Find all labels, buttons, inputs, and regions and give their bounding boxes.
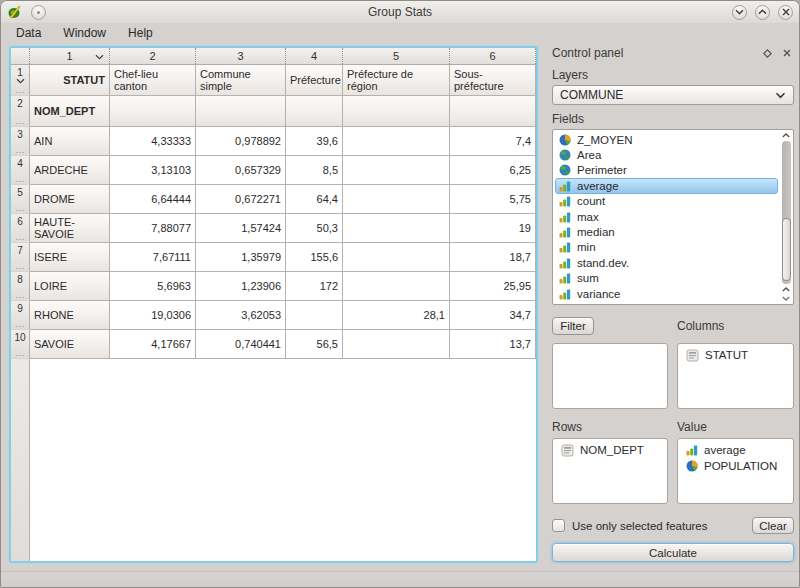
table-cell[interactable]: 64,4 [286,185,343,214]
row-resize-grip[interactable]: ··· [16,90,25,95]
table-cell[interactable]: Préfecture [286,65,343,96]
rows-box[interactable]: NOM_DEPT [552,438,668,504]
row-resize-grip[interactable]: ··· [16,121,25,126]
row-label-cell[interactable]: LOIRE [30,272,110,301]
row-header-5[interactable]: 5··· [11,185,30,214]
clear-button[interactable]: Clear [752,517,794,534]
row-label-cell[interactable]: DROME [30,185,110,214]
table-cell[interactable]: 172 [286,272,343,301]
row-label-cell[interactable]: ARDECHE [30,156,110,185]
scroll-down-icon[interactable] [782,294,790,303]
table-cell[interactable]: 1,35979 [196,243,286,272]
row-label-cell[interactable]: SAVOIE [30,330,110,359]
field-item[interactable]: stand.dev. [555,255,778,270]
menu-window[interactable]: Window [52,24,117,42]
field-item[interactable]: variance [555,286,778,301]
table-cell[interactable]: 0,978892 [196,127,286,156]
table-cell[interactable]: 7,88077 [110,214,196,243]
table-cell[interactable] [196,96,286,127]
table-cell[interactable]: 19,0306 [110,301,196,330]
row-resize-grip[interactable]: ··· [16,266,25,271]
table-cell[interactable]: 7,67111 [110,243,196,272]
column-header-5[interactable]: 5 [343,48,450,64]
row-header-6[interactable]: 6··· [11,214,30,243]
row-resize-grip[interactable]: ··· [16,208,25,213]
value-box[interactable]: averagePOPULATION [677,438,794,504]
layer-combobox[interactable]: COMMUNE [552,85,794,105]
table-cell[interactable] [286,301,343,330]
table-cell[interactable]: 13,7 [450,330,536,359]
table-cell[interactable]: 28,1 [343,301,450,330]
row-resize-grip[interactable]: ··· [16,237,25,242]
table-cell[interactable]: 3,13103 [110,156,196,185]
row-header-8[interactable]: 8··· [11,272,30,301]
field-item[interactable]: average [555,178,778,193]
scrollbar-thumb[interactable] [782,218,791,281]
row-header-4[interactable]: 4··· [11,156,30,185]
float-panel-button[interactable] [760,46,774,60]
field-item[interactable]: count [555,194,778,209]
table-cell[interactable]: 5,6963 [110,272,196,301]
column-header-3[interactable]: 3 [196,48,286,64]
table-cell[interactable]: 4,17667 [110,330,196,359]
table-cell[interactable]: 0,657329 [196,156,286,185]
calculate-button[interactable]: Calculate [552,543,794,562]
pivot-header-cell[interactable]: NOM_DEPT [30,96,110,127]
dock-header[interactable]: Control panel [552,45,794,61]
table-cell[interactable]: 18,7 [450,243,536,272]
maximize-button[interactable] [755,5,770,20]
column-header-4[interactable]: 4 [286,48,343,64]
table-cell[interactable]: 39,6 [286,127,343,156]
row-resize-grip[interactable]: ··· [16,324,25,329]
table-cell[interactable]: 56,5 [286,330,343,359]
table-cell[interactable] [110,96,196,127]
menu-data[interactable]: Data [5,24,52,42]
table-cell[interactable] [343,272,450,301]
table-cell[interactable]: 0,672271 [196,185,286,214]
table-corner-button[interactable] [11,48,30,64]
row-label-cell[interactable]: HAUTE-SAVOIE [30,214,110,243]
field-item[interactable]: Perimeter [555,163,778,178]
minimize-button[interactable] [732,5,747,20]
column-header-2[interactable]: 2 [110,48,196,64]
field-item[interactable]: max [555,209,778,224]
columns-box[interactable]: STATUT [677,343,794,409]
use-selected-checkbox[interactable] [552,519,565,532]
table-cell[interactable]: 34,7 [450,301,536,330]
pivot-header-cell[interactable]: STATUT [30,65,110,96]
table-cell[interactable]: 19 [450,214,536,243]
table-cell[interactable] [343,243,450,272]
fields-scrollbar[interactable] [779,130,793,304]
value-box-item[interactable]: average [682,442,789,458]
table-cell[interactable]: 0,740441 [196,330,286,359]
table-cell[interactable]: 4,33333 [110,127,196,156]
table-cell[interactable]: 25,95 [450,272,536,301]
results-table[interactable]: 123456 1···STATUTChef-lieu cantonCommune… [9,46,538,563]
value-box-item[interactable]: POPULATION [682,458,789,474]
column-header-1[interactable]: 1 [30,48,110,64]
scroll-up-icon[interactable] [782,131,790,140]
table-cell[interactable]: Sous-préfecture [450,65,536,96]
window-menu-button[interactable] [31,5,46,20]
table-cell[interactable] [286,96,343,127]
row-header-2[interactable]: 2··· [11,96,30,127]
table-cell[interactable] [343,185,450,214]
row-resize-grip[interactable]: ··· [16,295,25,300]
row-label-cell[interactable]: RHONE [30,301,110,330]
field-item[interactable]: min [555,240,778,255]
close-panel-button[interactable] [780,46,794,60]
table-cell[interactable] [450,96,536,127]
row-header-1[interactable]: 1··· [11,65,30,96]
table-cell[interactable]: Préfecture de région [343,65,450,96]
table-cell[interactable]: 8,5 [286,156,343,185]
row-header-9[interactable]: 9··· [11,301,30,330]
row-resize-grip[interactable]: ··· [16,150,25,155]
field-item[interactable]: median [555,224,778,239]
table-cell[interactable]: 50,3 [286,214,343,243]
scrollbar-track[interactable] [782,141,791,284]
table-cell[interactable] [343,156,450,185]
row-label-cell[interactable]: ISERE [30,243,110,272]
table-cell[interactable] [343,96,450,127]
column-header-6[interactable]: 6 [450,48,536,64]
field-item[interactable]: Area [555,147,778,162]
